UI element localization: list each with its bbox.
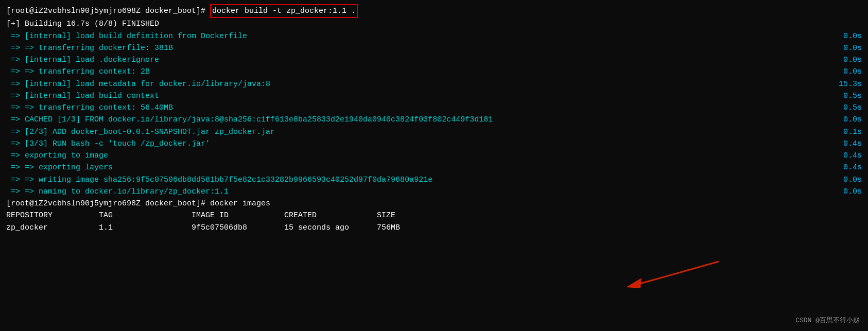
table-row-1: zp_docker 1.1 9f5c07506db8 15 seconds ag… xyxy=(6,222,862,234)
step-timing-1: 0.0s xyxy=(831,30,862,42)
step-line-4: => => transferring context: 2B 0.0s xyxy=(6,66,862,78)
step-timing-9: 0.1s xyxy=(831,126,862,138)
step-timing-14: 0.0s xyxy=(831,186,862,198)
step-line-11: => exporting to image 0.4s xyxy=(6,150,862,162)
step-text-12: => => exporting layers xyxy=(6,162,831,173)
step-timing-6: 0.5s xyxy=(831,90,862,102)
building-status: [+] Building 16.7s (8/8) FINISHED xyxy=(6,18,862,30)
command-text-1: docker build -t zp_docker:1.1 . xyxy=(210,4,358,18)
svg-marker-1 xyxy=(626,278,641,288)
step-line-12: => => exporting layers 0.4s xyxy=(6,162,862,173)
step-timing-10: 0.4s xyxy=(831,138,862,150)
step-timing-4: 0.0s xyxy=(831,66,862,78)
step-timing-2: 0.0s xyxy=(831,42,862,54)
step-text-9: => [2/3] ADD docker_boot-0.0.1-SNAPSHOT.… xyxy=(6,126,831,138)
arrow-indicator xyxy=(621,256,724,300)
step-line-7: => => transferring context: 56.40MB 0.5s xyxy=(6,102,862,114)
step-line-6: => [internal] load build context 0.5s xyxy=(6,90,862,102)
step-timing-7: 0.5s xyxy=(831,102,862,114)
step-text-8: => CACHED [1/3] FROM docker.io/library/j… xyxy=(6,114,831,126)
step-timing-13: 0.0s xyxy=(831,174,862,186)
step-line-5: => [internal] load metadata for docker.i… xyxy=(6,78,862,90)
terminal-window: [root@iZ2vcbhsln90j5ymjro698Z docker_boo… xyxy=(0,0,868,331)
step-text-10: => [3/3] RUN bash -c 'touch /zp_docker.j… xyxy=(6,138,831,150)
prompt-text-1: [root@iZ2vcbhsln90j5ymjro698Z docker_boo… xyxy=(6,5,210,17)
step-text-1: => [internal] load build definition from… xyxy=(6,30,831,42)
step-text-3: => [internal] load .dockerignore xyxy=(6,54,831,66)
step-line-3: => [internal] load .dockerignore 0.0s xyxy=(6,54,862,66)
watermark: CSDN @百思不得小赵 xyxy=(795,316,860,325)
step-timing-12: 0.4s xyxy=(831,162,862,173)
step-text-2: => => transferring dockerfile: 381B xyxy=(6,42,831,54)
step-text-7: => => transferring context: 56.40MB xyxy=(6,102,831,114)
step-timing-11: 0.4s xyxy=(831,150,862,162)
prompt-line-2: [root@iZ2vcbhsln90j5ymjro698Z docker_boo… xyxy=(6,198,862,210)
step-line-13: => => writing image sha256:9f5c07506db8d… xyxy=(6,174,862,186)
prompt-line-1: [root@iZ2vcbhsln90j5ymjro698Z docker_boo… xyxy=(6,4,862,18)
step-line-9: => [2/3] ADD docker_boot-0.0.1-SNAPSHOT.… xyxy=(6,126,862,138)
step-line-8: => CACHED [1/3] FROM docker.io/library/j… xyxy=(6,114,862,126)
building-text: [+] Building 16.7s (8/8) FINISHED xyxy=(6,18,831,30)
step-text-5: => [internal] load metadata for docker.i… xyxy=(6,78,828,90)
step-timing-3: 0.0s xyxy=(831,54,862,66)
step-line-10: => [3/3] RUN bash -c 'touch /zp_docker.j… xyxy=(6,138,862,150)
step-timing-5: 15.3s xyxy=(828,78,862,90)
step-text-6: => [internal] load build context xyxy=(6,90,831,102)
step-line-2: => => transferring dockerfile: 381B 0.0s xyxy=(6,42,862,54)
step-text-4: => => transferring context: 2B xyxy=(6,66,831,78)
step-text-11: => exporting to image xyxy=(6,150,831,162)
table-header: REPOSITORY TAG IMAGE ID CREATED SIZE xyxy=(6,210,862,221)
step-timing-8: 0.0s xyxy=(831,114,862,126)
step-line-1: => [internal] load build definition from… xyxy=(6,30,862,42)
step-text-14: => => naming to docker.io/library/zp_doc… xyxy=(6,186,831,198)
prompt-text-2: [root@iZ2vcbhsln90j5ymjro698Z docker_boo… xyxy=(6,198,270,210)
step-line-14: => => naming to docker.io/library/zp_doc… xyxy=(6,186,862,198)
svg-line-0 xyxy=(636,262,719,285)
step-text-13: => => writing image sha256:9f5c07506db8d… xyxy=(6,174,831,186)
